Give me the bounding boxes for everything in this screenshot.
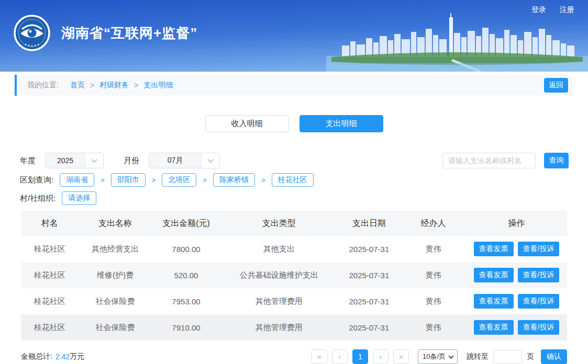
col-operator: 经办人	[401, 211, 466, 236]
total-amount: 金额总计: 2.42 万元	[21, 352, 84, 361]
col-expense-name: 支出名称	[79, 211, 152, 236]
view-invoice-button[interactable]: 查看发票	[474, 242, 514, 256]
col-type: 支出类型	[220, 211, 338, 236]
region-chip-province[interactable]: 湖南省	[60, 173, 94, 187]
last-page-button[interactable]: »	[393, 349, 409, 364]
view-invoice-button[interactable]: 查看发票	[474, 294, 514, 309]
table-row: 桂花社区 其他经营支出 7800.00 其他支出 2025-07-31 黄伟 查…	[21, 236, 567, 262]
table-footer: 金额总计: 2.42 万元 « ‹ 1 › » 10条/页 跳转至 页 确认	[21, 349, 567, 364]
cell-expense-name: 维修(护)费	[79, 262, 152, 288]
login-link[interactable]: 登录	[531, 5, 546, 15]
region-separator: >	[101, 176, 105, 184]
jump-page-input[interactable]	[493, 350, 522, 364]
month-select-value: 07月	[149, 153, 202, 168]
eye-logo-icon	[13, 14, 51, 52]
cell-operator: 黄伟	[401, 288, 466, 314]
breadcrumb-expense-detail[interactable]: 支出明细	[143, 81, 173, 90]
breadcrumb-separator: >	[90, 81, 94, 89]
org-label: 村/社组织:	[20, 194, 56, 203]
region-chip-community[interactable]: 桂花社区	[272, 173, 314, 187]
pagination: « ‹ 1 › » 10条/页 跳转至 页 确认	[312, 349, 567, 364]
cell-village: 桂花社区	[21, 262, 79, 288]
view-complaint-button[interactable]: 查看/投诉	[518, 294, 560, 309]
cell-date: 2025-07-31	[338, 314, 401, 340]
region-separator: >	[152, 176, 156, 184]
view-complaint-button[interactable]: 查看/投诉	[518, 320, 560, 335]
main-content: 收入明细 支出明细 年度 2025 月份 07月 查询 区划查询: 湖南省 >	[0, 115, 588, 364]
org-filter-row: 村/社组织: 请选择	[20, 191, 568, 205]
month-select[interactable]: 07月	[149, 153, 220, 168]
cell-operator: 黄伟	[401, 262, 466, 288]
col-date: 支出日期	[338, 211, 401, 236]
cell-amount: 7800.00	[152, 236, 220, 262]
page: 登录 注册 湖南省“互联网+监督” 我的位置: 首页 > 村级财务 > 支出明细	[0, 0, 588, 364]
detail-tabs: 收入明细 支出明细	[0, 115, 588, 132]
total-unit: 万元	[70, 352, 84, 361]
cell-operator: 黄伟	[401, 236, 466, 262]
col-amount: 支出金额(元)	[152, 211, 220, 236]
cell-expense-name: 其他经营支出	[79, 236, 152, 262]
region-chip-town[interactable]: 陈家桥镇	[213, 173, 255, 187]
cell-expense-name: 社会保险费	[79, 314, 152, 340]
breadcrumb-village-finance[interactable]: 村级财务	[99, 81, 129, 90]
cell-amount: 7953.00	[152, 288, 220, 314]
register-link[interactable]: 注册	[560, 5, 574, 15]
table-header-row: 村名 支出名称 支出金额(元) 支出类型 支出日期 经办人 操作	[21, 211, 567, 236]
page-size-select[interactable]: 10条/页	[418, 349, 458, 364]
cell-expense-name: 社会保险费	[79, 288, 152, 314]
view-invoice-button[interactable]: 查看发票	[474, 320, 514, 335]
region-chip-district[interactable]: 北塔区	[162, 173, 196, 187]
cell-type: 其他管理费用	[220, 314, 338, 340]
site-header: 登录 注册 湖南省“互联网+监督”	[0, 0, 588, 72]
cell-type: 公共基础设施维护支出	[220, 262, 338, 288]
city-skyline-image	[326, 13, 588, 72]
brand: 湖南省“互联网+监督”	[13, 14, 197, 52]
table-row: 桂花社区 社会保险费 7910.00 其他管理费用 2025-07-31 黄伟 …	[21, 314, 567, 340]
col-actions: 操作	[466, 211, 567, 236]
first-page-button[interactable]: «	[312, 349, 327, 364]
region-filter-row: 区划查询: 湖南省 > 邵阳市 > 北塔区 > 陈家桥镇 > 桂花社区	[20, 173, 568, 187]
cell-operator: 黄伟	[401, 314, 466, 340]
site-title: 湖南省“互联网+监督”	[61, 24, 197, 42]
cell-village: 桂花社区	[21, 236, 79, 262]
page-number-button[interactable]: 1	[352, 349, 368, 364]
region-separator: >	[203, 176, 207, 184]
year-select[interactable]: 2025	[45, 153, 104, 168]
search-button[interactable]: 查询	[544, 153, 569, 168]
breadcrumb: 我的位置: 首页 > 村级财务 > 支出明细 返回	[15, 75, 573, 96]
cell-type: 其他管理费用	[220, 288, 338, 314]
breadcrumb-home[interactable]: 首页	[70, 81, 85, 90]
confirm-button[interactable]: 确认	[541, 349, 567, 364]
region-label: 区划查询:	[20, 175, 53, 185]
chevron-down-icon	[202, 153, 219, 168]
next-page-button[interactable]: ›	[373, 349, 389, 364]
total-label: 金额总计:	[21, 352, 52, 361]
region-chip-city[interactable]: 邵阳市	[111, 173, 146, 187]
table-row: 桂花社区 维修(护)费 520.00 公共基础设施维护支出 2025-07-31…	[21, 262, 567, 288]
view-complaint-button[interactable]: 查看/投诉	[518, 268, 560, 282]
tab-expense-detail[interactable]: 支出明细	[299, 115, 383, 132]
cell-amount: 520.00	[152, 262, 220, 288]
region-separator: >	[261, 176, 265, 184]
table-row: 桂花社区 社会保险费 7953.00 其他管理费用 2025-07-31 黄伟 …	[21, 288, 567, 314]
jump-to-label: 跳转至	[467, 352, 489, 361]
prev-page-button[interactable]: ‹	[332, 349, 348, 364]
search-input[interactable]	[442, 153, 536, 168]
col-village: 村名	[21, 211, 79, 236]
auth-links: 登录 注册	[531, 5, 574, 15]
cell-date: 2025-07-31	[338, 262, 401, 288]
org-select-chip[interactable]: 请选择	[62, 191, 96, 205]
cell-village: 桂花社区	[21, 314, 79, 340]
view-complaint-button[interactable]: 查看/投诉	[518, 242, 560, 256]
view-invoice-button[interactable]: 查看发票	[474, 268, 514, 282]
cell-date: 2025-07-31	[338, 236, 401, 262]
month-label: 月份	[124, 156, 139, 166]
tab-income-detail[interactable]: 收入明细	[205, 115, 289, 132]
chevron-down-icon	[449, 354, 454, 359]
back-button[interactable]: 返回	[544, 78, 568, 93]
filter-row: 年度 2025 月份 07月 查询	[20, 153, 569, 168]
year-label: 年度	[20, 156, 36, 166]
total-value: 2.42	[56, 352, 70, 361]
cell-date: 2025-07-31	[338, 288, 401, 314]
search-box: 查询	[442, 153, 569, 168]
